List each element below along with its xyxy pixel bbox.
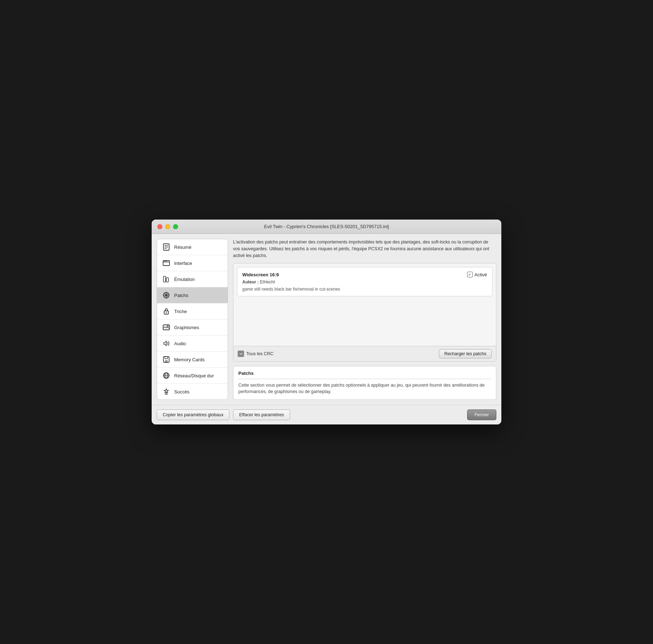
triche-icon xyxy=(162,307,171,316)
reseau-icon xyxy=(162,371,171,380)
audio-icon xyxy=(162,339,171,348)
svg-point-7 xyxy=(165,261,166,262)
info-box-text: Cette section vous permet de sélectionne… xyxy=(238,382,491,396)
patchs-icon xyxy=(162,291,171,300)
main-panel: L'activation des patchs peut entraîner d… xyxy=(233,239,496,400)
minimize-button[interactable] xyxy=(165,224,170,229)
sidebar-label-emulation: Émulation xyxy=(174,277,195,282)
clear-params-button[interactable]: Effacer les paramètres xyxy=(233,409,290,420)
sidebar-item-audio[interactable]: Audio xyxy=(157,336,228,352)
sidebar-label-patchs: Patchs xyxy=(174,293,188,298)
svg-point-6 xyxy=(164,261,164,262)
titlebar: Evil Twin - Cyprien's Chronicles [SLES-5… xyxy=(152,220,501,234)
sidebar-label-graphismes: Graphismes xyxy=(174,325,199,330)
patch-active-container[interactable]: ✓ Activé xyxy=(467,272,487,277)
sidebar-label-interface: Interface xyxy=(174,261,192,266)
window-title: Evil Twin - Cyprien's Chronicles [SLES-5… xyxy=(264,224,389,229)
patch-item: Widescreen 16:9 ✓ Activé Auteur : ElHech… xyxy=(237,267,492,296)
patch-author: Auteur : ElHecht xyxy=(242,280,487,285)
sidebar-label-reseau: Réseau/Disque dur xyxy=(174,373,214,378)
sidebar-label-triche: Triche xyxy=(174,309,187,314)
sidebar-item-emulation[interactable]: Émulation xyxy=(157,271,228,287)
minus-icon[interactable]: − xyxy=(238,351,244,357)
sidebar-label-succes: Succès xyxy=(174,389,189,394)
author-label: Auteur : xyxy=(242,280,260,285)
active-label: Activé xyxy=(475,272,487,277)
emulation-icon xyxy=(162,275,171,283)
svg-rect-9 xyxy=(163,276,166,282)
sidebar-item-resume[interactable]: Résumé xyxy=(157,239,228,255)
patches-list: Widescreen 16:9 ✓ Activé Auteur : ElHech… xyxy=(233,263,496,346)
traffic-lights xyxy=(157,224,178,229)
sidebar-item-patchs[interactable]: Patchs xyxy=(157,287,228,303)
patch-header: Widescreen 16:9 ✓ Activé xyxy=(242,272,487,277)
graphismes-icon xyxy=(162,323,171,332)
main-window: Evil Twin - Cyprien's Chronicles [SLES-5… xyxy=(152,220,501,424)
sidebar-item-succes[interactable]: Succès xyxy=(157,384,228,399)
info-box-title: Patchs xyxy=(238,371,491,379)
bottom-left-buttons: Copier les paramètres globaux Effacer le… xyxy=(157,409,290,420)
copy-global-params-button[interactable]: Copier les paramètres globaux xyxy=(157,409,229,420)
sidebar-item-memorycards[interactable]: Memory Cards xyxy=(157,352,228,368)
sidebar-label-audio: Audio xyxy=(174,341,186,346)
sidebar: Résumé Interface xyxy=(157,239,228,400)
maximize-button[interactable] xyxy=(173,224,178,229)
svg-point-19 xyxy=(167,326,168,327)
close-button[interactable]: Fermer xyxy=(467,409,496,420)
sidebar-item-reseau[interactable]: Réseau/Disque dur xyxy=(157,368,228,384)
interface-icon xyxy=(162,259,171,267)
svg-rect-10 xyxy=(166,278,168,282)
close-button[interactable] xyxy=(157,224,162,229)
patches-container: Widescreen 16:9 ✓ Activé Auteur : ElHech… xyxy=(233,263,496,361)
active-checkbox[interactable]: ✓ xyxy=(467,272,473,277)
sidebar-label-resume: Résumé xyxy=(174,245,191,250)
sidebar-item-graphismes[interactable]: Graphismes xyxy=(157,320,228,336)
sidebar-item-interface[interactable]: Interface xyxy=(157,255,228,271)
succes-icon xyxy=(162,387,171,396)
sidebar-item-triche[interactable]: Triche xyxy=(157,303,228,320)
resume-icon xyxy=(162,243,171,251)
svg-point-17 xyxy=(166,312,167,313)
warning-text: L'activation des patchs peut entraîner d… xyxy=(233,239,496,259)
info-box: Patchs Cette section vous permet de séle… xyxy=(233,366,496,400)
patches-footer: − Tous les CRC Recharger les patchs xyxy=(233,346,496,361)
author-name: ElHecht xyxy=(260,280,275,285)
crc-filter[interactable]: − Tous les CRC xyxy=(238,351,273,357)
reload-patches-button[interactable]: Recharger les patchs xyxy=(439,349,492,358)
sidebar-label-memorycards: Memory Cards xyxy=(174,357,204,362)
svg-rect-21 xyxy=(165,357,168,359)
content-area: Résumé Interface xyxy=(152,234,501,405)
memorycards-icon xyxy=(162,355,171,364)
svg-point-8 xyxy=(166,261,167,262)
crc-label: Tous les CRC xyxy=(246,351,273,356)
patch-description: game still needs black bar fix/removal i… xyxy=(242,287,487,292)
bottom-bar: Copier les paramètres globaux Effacer le… xyxy=(152,405,501,424)
patch-title: Widescreen 16:9 xyxy=(242,272,279,277)
